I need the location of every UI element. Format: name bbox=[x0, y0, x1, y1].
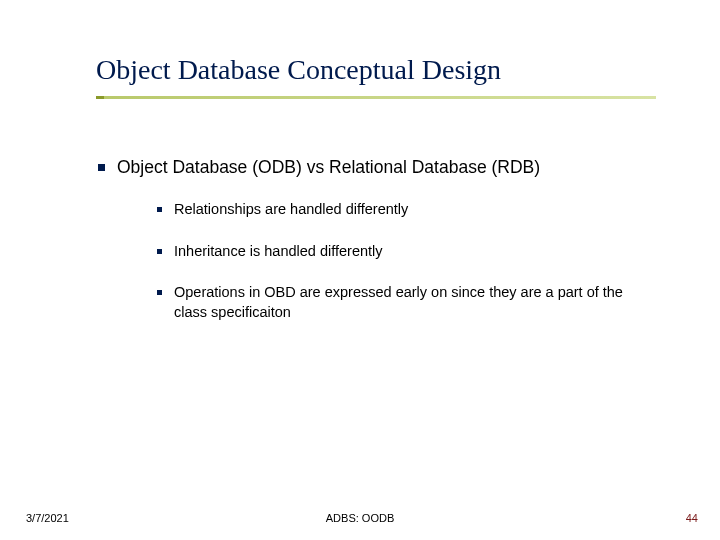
title-underline bbox=[96, 96, 656, 99]
footer-page-number: 44 bbox=[686, 512, 698, 524]
slide-title: Object Database Conceptual Design bbox=[96, 54, 501, 86]
footer-center: ADBS: OODB bbox=[0, 512, 720, 524]
level2-text: Operations in OBD are expressed early on… bbox=[174, 283, 637, 322]
square-bullet-icon bbox=[98, 164, 105, 171]
list-item: Inheritance is handled differently bbox=[157, 242, 637, 262]
square-bullet-icon bbox=[157, 290, 162, 295]
level2-text: Inheritance is handled differently bbox=[174, 242, 383, 262]
level2-text: Relationships are handled differently bbox=[174, 200, 408, 220]
bullet-level1: Object Database (ODB) vs Relational Data… bbox=[98, 157, 540, 178]
list-item: Operations in OBD are expressed early on… bbox=[157, 283, 637, 322]
level1-text: Object Database (ODB) vs Relational Data… bbox=[117, 157, 540, 178]
square-bullet-icon bbox=[157, 207, 162, 212]
slide: Object Database Conceptual Design Object… bbox=[0, 0, 720, 540]
list-item: Relationships are handled differently bbox=[157, 200, 637, 220]
level2-list: Relationships are handled differently In… bbox=[157, 200, 637, 344]
square-bullet-icon bbox=[157, 249, 162, 254]
